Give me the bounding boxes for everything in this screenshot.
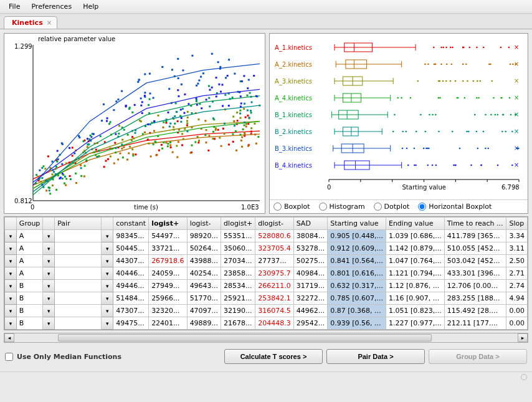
svg-point-508: [490, 114, 492, 116]
svg-rect-299: [172, 117, 174, 119]
pair-dropdown-icon[interactable]: ▾: [102, 280, 113, 292]
group-dropdown-icon[interactable]: ▾: [43, 317, 55, 330]
col-header[interactable]: [102, 218, 113, 230]
col-header[interactable]: SAD: [293, 218, 327, 230]
cell-logist-minus: 47097...: [187, 305, 221, 317]
group-dropdown-icon[interactable]: ▾: [43, 292, 55, 305]
col-header[interactable]: [5, 218, 17, 230]
group-dropdown-icon[interactable]: ▾: [43, 267, 55, 280]
cell-group[interactable]: A: [16, 267, 43, 280]
col-header[interactable]: Time to reach ...: [444, 218, 506, 230]
scroll-thumb[interactable]: [58, 334, 432, 342]
cell-pair[interactable]: [55, 267, 102, 280]
row-menu-icon[interactable]: ▾: [5, 242, 17, 255]
menu-help[interactable]: Help: [78, 1, 103, 12]
cell-pair[interactable]: [55, 292, 102, 305]
col-header[interactable]: dlogist+: [221, 218, 255, 230]
svg-rect-176: [157, 135, 159, 137]
col-header[interactable]: [43, 218, 55, 230]
cell-pair[interactable]: [55, 242, 102, 255]
svg-rect-70: [80, 165, 82, 166]
group-data-button[interactable]: Group Data >: [429, 349, 527, 364]
radio-histogram[interactable]: Histogram: [319, 203, 365, 211]
pair-dropdown-icon[interactable]: ▾: [102, 255, 113, 267]
group-dropdown-icon[interactable]: ▾: [43, 280, 55, 292]
close-icon[interactable]: ×: [47, 19, 52, 26]
radio-hboxplot[interactable]: Horizontal Boxplot: [418, 203, 492, 211]
svg-point-469: [439, 80, 440, 82]
cell-pair[interactable]: [55, 230, 102, 242]
cell-group[interactable]: B: [16, 292, 43, 305]
row-menu-icon[interactable]: ▾: [5, 255, 17, 267]
svg-rect-382: [241, 80, 243, 82]
row-menu-icon[interactable]: ▾: [5, 292, 17, 305]
svg-point-566: [480, 165, 482, 166]
pair-dropdown-icon[interactable]: ▾: [102, 242, 113, 255]
svg-rect-46: [232, 141, 234, 143]
cell-pair[interactable]: [55, 255, 102, 267]
scroll-track[interactable]: [14, 333, 518, 342]
svg-rect-23: [147, 138, 149, 140]
svg-rect-295: [85, 152, 87, 154]
cell-group[interactable]: A: [16, 255, 43, 267]
row-menu-icon[interactable]: ▾: [5, 267, 17, 280]
radio-dotplot[interactable]: Dotplot: [374, 203, 410, 211]
pair-dropdown-icon[interactable]: ▾: [102, 292, 113, 305]
col-header[interactable]: logist-: [187, 218, 221, 230]
row-menu-icon[interactable]: ▾: [5, 317, 17, 330]
pair-dropdown-icon[interactable]: ▾: [102, 267, 113, 280]
svg-rect-155: [44, 168, 46, 170]
svg-rect-324: [101, 120, 103, 122]
horizontal-scrollbar[interactable]: ◂ ▸: [4, 333, 528, 343]
cell-pair[interactable]: [55, 305, 102, 317]
cell-pair[interactable]: [55, 280, 102, 292]
group-dropdown-icon[interactable]: ▾: [43, 230, 55, 242]
col-header[interactable]: Starting value: [328, 218, 386, 230]
menu-file[interactable]: File: [4, 1, 25, 12]
scroll-left-icon[interactable]: ◂: [4, 333, 14, 342]
svg-rect-294: [49, 189, 50, 191]
svg-rect-66: [37, 176, 39, 178]
median-checkbox[interactable]: Use Only Median Functions: [5, 353, 121, 361]
median-checkbox-input[interactable]: [5, 353, 13, 361]
menu-preferences[interactable]: Preferences: [26, 1, 77, 12]
cell-group[interactable]: A: [16, 230, 43, 242]
col-header[interactable]: Group: [16, 218, 43, 230]
group-dropdown-icon[interactable]: ▾: [43, 255, 55, 267]
svg-rect-136: [212, 138, 214, 140]
cell-pair[interactable]: [55, 317, 102, 330]
svg-rect-316: [178, 77, 179, 79]
pair-data-button[interactable]: Pair Data >: [326, 349, 425, 364]
row-menu-icon[interactable]: ▾: [5, 305, 17, 317]
pair-dropdown-icon[interactable]: ▾: [102, 230, 113, 242]
col-header[interactable]: Slop: [506, 218, 528, 230]
svg-point-543: [459, 148, 461, 150]
svg-rect-349: [61, 163, 63, 165]
col-header[interactable]: Ending value: [386, 218, 444, 230]
tab-kinetics[interactable]: Kinetics ×: [4, 16, 57, 29]
radio-boxplot[interactable]: Boxplot: [273, 203, 310, 211]
svg-rect-321: [57, 158, 59, 160]
pair-dropdown-icon[interactable]: ▾: [102, 317, 113, 330]
cell-slope: 3.11: [506, 242, 528, 255]
scroll-right-icon[interactable]: ▸: [518, 333, 528, 342]
svg-rect-375: [140, 105, 142, 107]
col-header[interactable]: Pair: [55, 218, 102, 230]
row-menu-icon[interactable]: ▾: [5, 230, 17, 242]
calc-t-button[interactable]: Calculate T scores >: [224, 349, 323, 364]
cell-group[interactable]: B: [16, 280, 43, 292]
row-menu-icon[interactable]: ▾: [5, 280, 17, 292]
cell-group[interactable]: B: [16, 305, 43, 317]
cell-group[interactable]: A: [16, 242, 43, 255]
svg-rect-126: [215, 129, 217, 131]
cell-group[interactable]: B: [16, 317, 43, 330]
svg-rect-114: [197, 118, 199, 120]
group-dropdown-icon[interactable]: ▾: [43, 242, 55, 255]
group-dropdown-icon[interactable]: ▾: [43, 305, 55, 317]
col-header[interactable]: logist+: [149, 218, 188, 230]
col-header[interactable]: dlogist-: [255, 218, 294, 230]
svg-rect-147: [183, 138, 184, 140]
pair-dropdown-icon[interactable]: ▾: [102, 305, 113, 317]
svg-rect-182: [65, 178, 67, 179]
col-header[interactable]: constant: [113, 218, 149, 230]
